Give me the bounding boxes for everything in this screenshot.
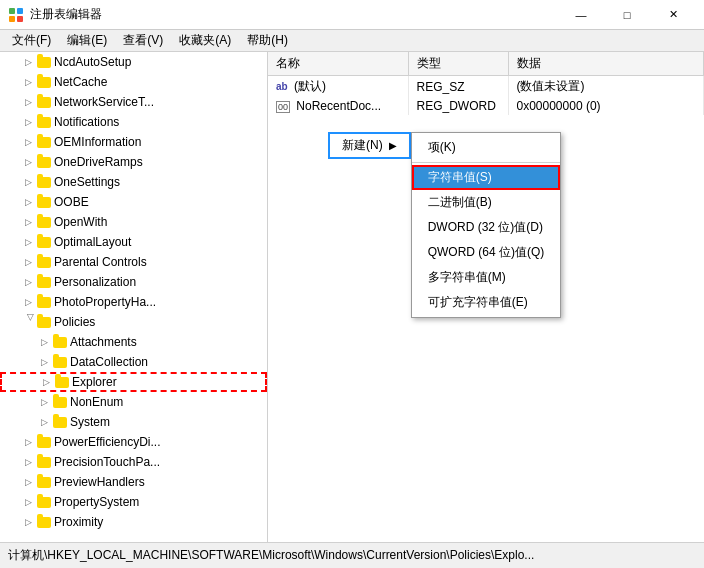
col-header-data[interactable]: 数据 bbox=[508, 52, 704, 76]
menu-file[interactable]: 文件(F) bbox=[4, 30, 59, 51]
tree-item-nonenum[interactable]: ▷ NonEnum bbox=[0, 392, 267, 412]
submenu-item-qword[interactable]: QWORD (64 位)值(Q) bbox=[412, 240, 561, 265]
folder-icon-attachments bbox=[52, 334, 68, 350]
window-controls: — □ ✕ bbox=[558, 0, 696, 30]
tree-item-powerefficiency[interactable]: ▷ PowerEfficiencyDi... bbox=[0, 432, 267, 452]
folder-icon-policies bbox=[36, 314, 52, 330]
tree-item-attachments[interactable]: ▷ Attachments bbox=[0, 332, 267, 352]
tree-label-personalization: Personalization bbox=[54, 275, 136, 289]
expander-policies[interactable]: ▷ bbox=[20, 314, 36, 330]
menu-view[interactable]: 查看(V) bbox=[115, 30, 171, 51]
maximize-button[interactable]: □ bbox=[604, 0, 650, 30]
expander-onedrive[interactable]: ▷ bbox=[20, 154, 36, 170]
folder-icon-notifications bbox=[36, 114, 52, 130]
tree-item-propertysystem[interactable]: ▷ PropertySystem bbox=[0, 492, 267, 512]
tree-item-optimallayout[interactable]: ▷ OptimalLayout bbox=[0, 232, 267, 252]
tree-label-attachments: Attachments bbox=[70, 335, 137, 349]
expander-netcache[interactable]: ▷ bbox=[20, 74, 36, 90]
expander-attachments[interactable]: ▷ bbox=[36, 334, 52, 350]
folder-icon-ncd bbox=[36, 54, 52, 70]
tree-item-personalization[interactable]: ▷ Personalization bbox=[0, 272, 267, 292]
tree-item-openwith[interactable]: ▷ OpenWith bbox=[0, 212, 267, 232]
folder-icon-personalization bbox=[36, 274, 52, 290]
expander-precisiontouchpa[interactable]: ▷ bbox=[20, 454, 36, 470]
submenu-item-binary[interactable]: 二进制值(B) bbox=[412, 190, 561, 215]
tree-item-networkservice[interactable]: ▷ NetworkServiceT... bbox=[0, 92, 267, 112]
expander-onesettings[interactable]: ▷ bbox=[20, 174, 36, 190]
tree-item-datacollection[interactable]: ▷ DataCollection bbox=[0, 352, 267, 372]
context-menu-container: 新建(N) ▶ 项(K) 字符串值(S) 二进制值(B) DWORD (32 位… bbox=[328, 132, 561, 318]
tree-label-explorer: Explorer bbox=[72, 375, 117, 389]
expander-parental[interactable]: ▷ bbox=[20, 254, 36, 270]
expander-datacollection[interactable]: ▷ bbox=[36, 354, 52, 370]
submenu-item-header[interactable]: 项(K) bbox=[412, 135, 561, 160]
tree-label-previewhandlers: PreviewHandlers bbox=[54, 475, 145, 489]
tree-item-notifications[interactable]: ▷ Notifications bbox=[0, 112, 267, 132]
new-button-arrow: ▶ bbox=[389, 140, 397, 151]
menu-favorites[interactable]: 收藏夹(A) bbox=[171, 30, 239, 51]
ab-icon: ab bbox=[276, 81, 288, 92]
tree-panel: ▷ NcdAutoSetup ▷ NetCache ▷ NetworkServi… bbox=[0, 52, 268, 542]
expander-nonenum[interactable]: ▷ bbox=[36, 394, 52, 410]
folder-icon-proximity bbox=[36, 514, 52, 530]
expander-networkservice[interactable]: ▷ bbox=[20, 94, 36, 110]
tree-scroll[interactable]: ▷ NcdAutoSetup ▷ NetCache ▷ NetworkServi… bbox=[0, 52, 267, 542]
tree-label-openwith: OpenWith bbox=[54, 215, 107, 229]
tree-item-policies[interactable]: ▷ Policies bbox=[0, 312, 267, 332]
tree-item-system[interactable]: ▷ System bbox=[0, 412, 267, 432]
expander-propertysystem[interactable]: ▷ bbox=[20, 494, 36, 510]
tree-item-netcache[interactable]: ▷ NetCache bbox=[0, 72, 267, 92]
tree-label-powerefficiency: PowerEfficiencyDi... bbox=[54, 435, 160, 449]
col-header-name[interactable]: 名称 bbox=[268, 52, 408, 76]
registry-table: 名称 类型 数据 ab (默认) REG_SZ (数值未设置) 00 bbox=[268, 52, 704, 115]
folder-icon-oobe bbox=[36, 194, 52, 210]
expander-ncd[interactable]: ▷ bbox=[20, 54, 36, 70]
table-row[interactable]: ab (默认) REG_SZ (数值未设置) bbox=[268, 76, 704, 98]
tree-item-previewhandlers[interactable]: ▷ PreviewHandlers bbox=[0, 472, 267, 492]
expander-notifications[interactable]: ▷ bbox=[20, 114, 36, 130]
expander-oem[interactable]: ▷ bbox=[20, 134, 36, 150]
menu-help[interactable]: 帮助(H) bbox=[239, 30, 296, 51]
tree-item-explorer[interactable]: ▷ Explorer bbox=[0, 372, 267, 392]
tree-item-photoproperty[interactable]: ▷ PhotoPropertyHa... bbox=[0, 292, 267, 312]
col-header-type[interactable]: 类型 bbox=[408, 52, 508, 76]
expander-powerefficiency[interactable]: ▷ bbox=[20, 434, 36, 450]
submenu-item-expandstring[interactable]: 可扩充字符串值(E) bbox=[412, 290, 561, 315]
tree-item-onedrive[interactable]: ▷ OneDriveRamps bbox=[0, 152, 267, 172]
folder-icon-explorer bbox=[54, 374, 70, 390]
tree-label-netcache: NetCache bbox=[54, 75, 107, 89]
expander-personalization[interactable]: ▷ bbox=[20, 274, 36, 290]
new-button[interactable]: 新建(N) ▶ bbox=[328, 132, 411, 159]
submenu-item-multistring[interactable]: 多字符串值(M) bbox=[412, 265, 561, 290]
tree-label-system: System bbox=[70, 415, 110, 429]
tree-item-parental[interactable]: ▷ Parental Controls bbox=[0, 252, 267, 272]
expander-proximity[interactable]: ▷ bbox=[20, 514, 36, 530]
expander-oobe[interactable]: ▷ bbox=[20, 194, 36, 210]
folder-icon-onedrive bbox=[36, 154, 52, 170]
row-name-default: ab (默认) bbox=[268, 76, 408, 98]
expander-explorer[interactable]: ▷ bbox=[38, 374, 54, 390]
tree-item-precisiontouchpa[interactable]: ▷ PrecisionTouchPa... bbox=[0, 452, 267, 472]
tree-item-oobe[interactable]: ▷ OOBE bbox=[0, 192, 267, 212]
menu-edit[interactable]: 编辑(E) bbox=[59, 30, 115, 51]
expander-openwith[interactable]: ▷ bbox=[20, 214, 36, 230]
tree-label-proximity: Proximity bbox=[54, 515, 103, 529]
minimize-button[interactable]: — bbox=[558, 0, 604, 30]
tree-label-notifications: Notifications bbox=[54, 115, 119, 129]
expander-photoproperty[interactable]: ▷ bbox=[20, 294, 36, 310]
row-type-default: REG_SZ bbox=[408, 76, 508, 98]
tree-item-ncd[interactable]: ▷ NcdAutoSetup bbox=[0, 52, 267, 72]
expander-previewhandlers[interactable]: ▷ bbox=[20, 474, 36, 490]
close-button[interactable]: ✕ bbox=[650, 0, 696, 30]
tree-item-onesettings[interactable]: ▷ OneSettings bbox=[0, 172, 267, 192]
tree-item-oem[interactable]: ▷ OEMInformation bbox=[0, 132, 267, 152]
expander-optimallayout[interactable]: ▷ bbox=[20, 234, 36, 250]
expander-system[interactable]: ▷ bbox=[36, 414, 52, 430]
folder-icon-photoproperty bbox=[36, 294, 52, 310]
submenu-item-string[interactable]: 字符串值(S) bbox=[412, 165, 561, 190]
folder-icon-propertysystem bbox=[36, 494, 52, 510]
row-data-default: (数值未设置) bbox=[508, 76, 704, 98]
table-row[interactable]: 00 NoRecentDoc... REG_DWORD 0x00000000 (… bbox=[268, 97, 704, 115]
tree-item-proximity[interactable]: ▷ Proximity bbox=[0, 512, 267, 532]
submenu-item-dword[interactable]: DWORD (32 位)值(D) bbox=[412, 215, 561, 240]
